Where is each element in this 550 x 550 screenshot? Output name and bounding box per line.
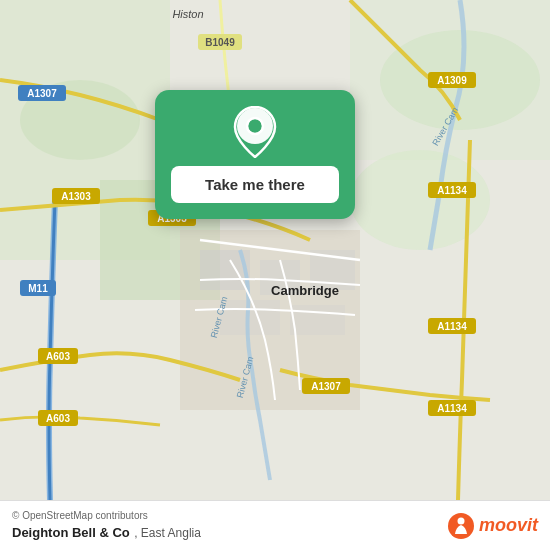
svg-text:Cambridge: Cambridge	[271, 283, 339, 298]
moovit-brand-icon	[447, 512, 475, 540]
moovit-text: moovit	[479, 515, 538, 536]
popup-card: Take me there	[155, 90, 355, 219]
svg-text:A1307: A1307	[311, 381, 341, 392]
moovit-logo: moovit	[447, 512, 538, 540]
map-svg: A1307 A1303 A1303 A1309 A1134 A1134 A113…	[0, 0, 550, 500]
location-info: © OpenStreetMap contributors Deighton Be…	[12, 510, 447, 541]
bottom-bar: © OpenStreetMap contributors Deighton Be…	[0, 500, 550, 550]
location-pin-icon	[231, 108, 279, 156]
svg-text:A1307: A1307	[27, 88, 57, 99]
map-attribution: © OpenStreetMap contributors	[12, 510, 447, 521]
svg-text:M11: M11	[28, 283, 48, 294]
map-container: A1307 A1303 A1303 A1309 A1134 A1134 A113…	[0, 0, 550, 500]
svg-text:A1309: A1309	[437, 75, 467, 86]
svg-text:A603: A603	[46, 351, 70, 362]
svg-point-46	[457, 517, 464, 524]
svg-text:A1134: A1134	[437, 321, 467, 332]
svg-rect-12	[290, 305, 345, 335]
svg-text:A603: A603	[46, 413, 70, 424]
svg-text:A1134: A1134	[437, 403, 467, 414]
location-name: Deighton Bell & Co	[12, 525, 130, 540]
svg-text:Histon: Histon	[172, 8, 203, 20]
svg-text:A1134: A1134	[437, 185, 467, 196]
svg-text:B1049: B1049	[205, 37, 235, 48]
region-name: , East Anglia	[134, 526, 201, 540]
svg-text:A1303: A1303	[61, 191, 91, 202]
take-me-there-button[interactable]: Take me there	[171, 166, 339, 203]
